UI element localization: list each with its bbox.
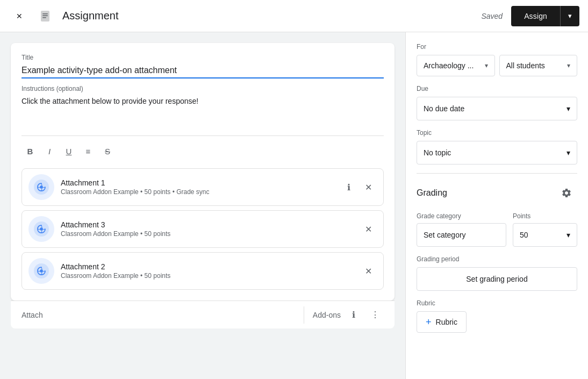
add-rubric-label: Rubric: [436, 318, 457, 326]
svg-point-9: [40, 269, 43, 273]
addons-label: Add-ons: [313, 311, 341, 319]
table-row: Attachment 3 Classroom Addon Example • 5…: [21, 210, 384, 248]
students-select[interactable]: All students ▾: [499, 55, 578, 76]
attachment-meta-1: Classroom Addon Example • 50 points • Gr…: [61, 188, 340, 196]
main-layout: Title Instructions (optional) Click the …: [0, 32, 588, 379]
attachment-remove-button-3[interactable]: ✕: [360, 220, 377, 238]
svg-rect-2: [42, 15, 48, 16]
close-button[interactable]: ✕: [9, 5, 30, 27]
attachment-info-2: Attachment 2 Classroom Addon Example • 5…: [61, 262, 360, 280]
instructions-label: Instructions (optional): [21, 85, 384, 92]
left-panel: Title Instructions (optional) Click the …: [0, 32, 405, 379]
attachment-list: Attachment 1 Classroom Addon Example • 5…: [21, 168, 384, 290]
underline-button[interactable]: U: [60, 142, 77, 160]
class-select[interactable]: Archaeology ... ▾: [417, 55, 495, 76]
attachment-info-button-1[interactable]: ℹ: [340, 178, 357, 196]
list-button[interactable]: ≡: [80, 142, 97, 160]
title-field: Title: [21, 54, 384, 78]
attachment-name-2: Attachment 2: [61, 262, 360, 271]
title-label: Title: [21, 54, 384, 61]
attachment-icon-2: [28, 258, 54, 284]
grading-settings-button[interactable]: [556, 182, 577, 204]
italic-button[interactable]: I: [41, 142, 58, 160]
topic-select[interactable]: No topic ▾: [417, 141, 577, 165]
attachment-remove-button-1[interactable]: ✕: [360, 178, 377, 196]
table-row: Attachment 2 Classroom Addon Example • 5…: [21, 252, 384, 290]
grade-category-label: Grade category: [417, 212, 506, 220]
due-value: No due date: [424, 104, 464, 113]
gear-icon: [561, 188, 572, 198]
doc-icon: [39, 10, 52, 23]
grade-row: Grade category Set category Points 50 ▾: [417, 212, 577, 247]
strikethrough-button[interactable]: S: [99, 142, 116, 160]
doc-icon-container: [34, 5, 56, 27]
add-rubric-button[interactable]: + Rubric: [417, 311, 467, 333]
class-chevron-icon: ▾: [485, 62, 488, 69]
set-grading-period-button[interactable]: Set grading period: [417, 267, 577, 291]
text-toolbar: B I U ≡ S: [21, 135, 384, 160]
header: ✕ Assignment Saved Assign ▾: [0, 0, 588, 32]
svg-point-7: [40, 227, 43, 231]
close-icon: ✕: [16, 12, 23, 20]
due-select[interactable]: No due date ▾: [417, 97, 577, 120]
instructions-field: Instructions (optional) Click the attach…: [21, 85, 384, 127]
divider: [417, 173, 577, 174]
attach-button[interactable]: Attach: [21, 311, 304, 319]
attachment-remove-button-2[interactable]: ✕: [360, 262, 377, 280]
attachment-meta-2: Classroom Addon Example • 50 points: [61, 272, 360, 280]
for-select-row: Archaeology ... ▾ All students ▾: [417, 55, 577, 76]
attachment-icon-1: [28, 174, 54, 200]
grading-header: Grading: [417, 182, 577, 204]
attachment-actions-2: ✕: [360, 262, 377, 280]
attachment-name-1: Attachment 1: [61, 178, 340, 187]
instructions-text[interactable]: Click the attachment below to provide yo…: [21, 95, 384, 127]
for-label: For: [417, 43, 577, 51]
points-col: Points 50 ▾: [513, 212, 577, 247]
bold-button[interactable]: B: [21, 142, 39, 160]
content-card: Title Instructions (optional) Click the …: [11, 43, 395, 301]
plus-icon: +: [426, 317, 432, 328]
assign-dropdown-button[interactable]: ▾: [560, 6, 579, 26]
svg-rect-3: [42, 17, 46, 18]
points-value: 50: [520, 231, 528, 239]
svg-rect-1: [42, 13, 48, 15]
assign-button-group: Assign ▾: [511, 6, 579, 26]
bottom-toolbar: Attach Add-ons ℹ ⋮: [11, 301, 395, 328]
students-value: All students: [506, 61, 545, 70]
addons-more-button[interactable]: ⋮: [367, 306, 384, 324]
title-input[interactable]: [21, 63, 384, 78]
assign-button[interactable]: Assign: [511, 6, 560, 26]
addons-section: Add-ons ℹ ⋮: [304, 306, 384, 324]
svg-point-5: [40, 185, 43, 189]
page-title: Assignment: [62, 10, 481, 22]
addons-info-button[interactable]: ℹ: [345, 306, 362, 324]
students-chevron-icon: ▾: [567, 62, 570, 69]
points-label: Points: [513, 212, 577, 220]
set-category-button[interactable]: Set category: [417, 223, 506, 247]
attachment-meta-3: Classroom Addon Example • 50 points: [61, 230, 360, 238]
right-panel: For Archaeology ... ▾ All students ▾ Due…: [405, 32, 588, 379]
attachment-actions-1: ℹ ✕: [340, 178, 377, 196]
chevron-down-icon: ▾: [568, 12, 572, 20]
attachment-info-1: Attachment 1 Classroom Addon Example • 5…: [61, 178, 340, 196]
saved-status: Saved: [481, 12, 503, 20]
attachment-info-3: Attachment 3 Classroom Addon Example • 5…: [61, 220, 360, 238]
attachment-icon-3: [28, 216, 54, 242]
grade-category-col: Grade category Set category: [417, 212, 506, 247]
points-select[interactable]: 50 ▾: [513, 223, 577, 247]
due-label: Due: [417, 85, 577, 92]
points-chevron-icon: ▾: [567, 231, 570, 239]
due-chevron-icon: ▾: [567, 104, 570, 113]
topic-label: Topic: [417, 129, 577, 137]
grading-title: Grading: [417, 188, 447, 198]
grading-period-label: Grading period: [417, 255, 577, 263]
table-row: Attachment 1 Classroom Addon Example • 5…: [21, 168, 384, 206]
class-value: Archaeology ...: [424, 61, 474, 70]
attachment-name-3: Attachment 3: [61, 220, 360, 229]
topic-value: No topic: [424, 148, 451, 157]
attachment-actions-3: ✕: [360, 220, 377, 238]
rubric-label: Rubric: [417, 299, 577, 307]
topic-chevron-icon: ▾: [567, 148, 570, 157]
